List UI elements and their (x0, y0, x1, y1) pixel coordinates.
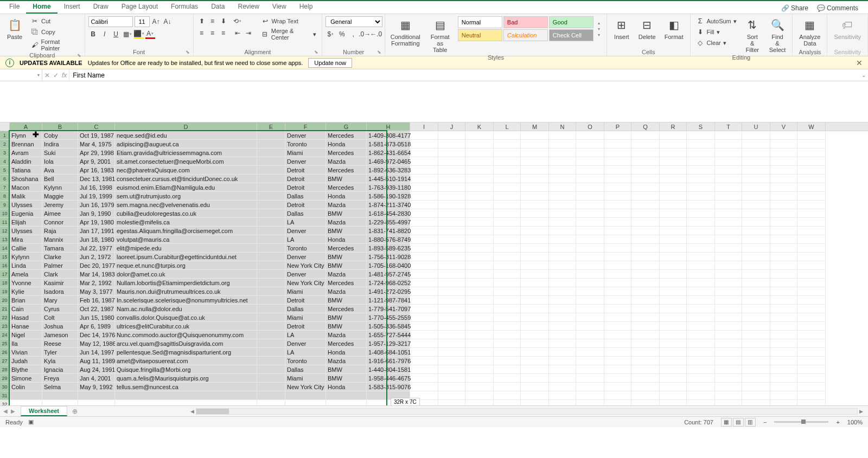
cell[interactable] (410, 270, 438, 279)
cancel-formula-button[interactable]: ✕ (44, 72, 50, 79)
cell[interactable] (438, 183, 465, 192)
cell[interactable] (549, 400, 576, 405)
format-as-table-button[interactable]: ▤ Format as Table (424, 16, 455, 54)
paste-button[interactable]: 📋 Paste (3, 16, 26, 41)
cell[interactable] (465, 357, 494, 365)
cell[interactable] (521, 209, 549, 218)
cell[interactable] (494, 357, 521, 365)
cell[interactable]: Nunc.commodo.auctor@Quisquenonummy.com (115, 331, 257, 339)
cell[interactable] (257, 357, 285, 365)
cell[interactable] (715, 322, 742, 331)
cell[interactable] (742, 374, 770, 383)
cell[interactable] (742, 140, 770, 149)
cell[interactable]: Dallas (285, 305, 326, 313)
enter-formula-button[interactable]: ✓ (53, 72, 59, 79)
cell[interactable]: Ulysses (10, 201, 42, 209)
cell[interactable] (521, 374, 549, 383)
cell[interactable] (770, 357, 797, 365)
cell[interactable] (42, 400, 78, 405)
cell[interactable]: Dec 13, 1981 (78, 175, 115, 183)
cell[interactable] (326, 400, 367, 405)
cell[interactable] (257, 348, 285, 357)
cell[interactable] (494, 166, 521, 175)
cell[interactable] (631, 131, 660, 140)
cell[interactable]: Connor (42, 218, 78, 227)
cell[interactable] (521, 296, 549, 305)
cell[interactable] (438, 296, 465, 305)
cell[interactable] (631, 374, 660, 383)
cell[interactable] (521, 322, 549, 331)
row-header[interactable]: 15 (0, 253, 10, 261)
cell[interactable]: Mercedes (326, 244, 367, 253)
indent-decrease-button[interactable]: ⇤ (233, 28, 242, 38)
cell[interactable] (742, 166, 770, 175)
cell[interactable] (797, 149, 826, 157)
cell[interactable] (494, 244, 521, 253)
cell[interactable]: Denver (285, 131, 326, 140)
cell[interactable]: Detroit (285, 183, 326, 192)
cell[interactable] (576, 339, 604, 348)
cell[interactable] (494, 287, 521, 296)
cell[interactable] (715, 313, 742, 322)
cell[interactable]: Etiam.gravida@ultriciessemmagna.com (115, 149, 257, 157)
cell[interactable] (465, 270, 494, 279)
cell[interactable]: Callie (10, 244, 42, 253)
cell[interactable]: quam.a.felis@Maurisquisturpis.org (115, 374, 257, 383)
cell[interactable] (742, 192, 770, 201)
cell[interactable] (521, 261, 549, 270)
cell[interactable]: Kylynn (42, 183, 78, 192)
cut-button[interactable]: ✂Cut (28, 16, 81, 26)
cell[interactable]: Jul 19, 1999 (78, 192, 115, 201)
column-header-J[interactable]: J (438, 122, 465, 131)
cell[interactable]: Aug 24, 1991 (78, 365, 115, 374)
cell[interactable] (576, 183, 604, 192)
cell[interactable] (742, 209, 770, 218)
cell[interactable] (631, 400, 660, 405)
column-header-C[interactable]: C (78, 122, 115, 131)
cell[interactable] (494, 192, 521, 201)
row-header[interactable]: 26 (0, 348, 10, 357)
cell[interactable]: Shoshana (10, 175, 42, 183)
cell[interactable] (438, 235, 465, 244)
cell[interactable] (438, 157, 465, 166)
column-header-E[interactable]: E (257, 122, 285, 131)
cell[interactable]: Joshua (42, 322, 78, 331)
cell[interactable] (410, 227, 438, 235)
cell[interactable] (549, 357, 576, 365)
cell[interactable] (521, 365, 549, 374)
column-header-V[interactable]: V (770, 122, 797, 131)
font-name-combo[interactable] (88, 16, 133, 27)
cell[interactable] (631, 209, 660, 218)
cell[interactable] (660, 391, 687, 400)
cell[interactable]: molestie@mifelis.ca (115, 218, 257, 227)
cell[interactable] (797, 365, 826, 374)
cell[interactable] (549, 348, 576, 357)
cell[interactable] (465, 287, 494, 296)
cell[interactable] (797, 209, 826, 218)
cell[interactable]: Jan 4, 2001 (78, 374, 115, 383)
cell[interactable]: Brennan (10, 140, 42, 149)
cell[interactable]: LA (285, 235, 326, 244)
cell[interactable] (631, 322, 660, 331)
indent-increase-button[interactable]: ⇥ (244, 28, 253, 38)
cell[interactable] (770, 235, 797, 244)
styles-more[interactable]: ▾ (598, 33, 600, 37)
cell[interactable] (465, 183, 494, 192)
cell[interactable] (687, 331, 715, 339)
cell[interactable] (797, 227, 826, 235)
row-header[interactable]: 3 (0, 149, 10, 157)
cell[interactable]: 1-491-272-0295 (367, 287, 410, 296)
cell[interactable] (742, 201, 770, 209)
column-header-S[interactable]: S (687, 122, 715, 131)
row-header[interactable]: 4 (0, 157, 10, 166)
cell[interactable]: Miami (285, 149, 326, 157)
cell[interactable] (521, 331, 549, 339)
cell[interactable]: Jun 18, 1980 (78, 235, 115, 244)
cell[interactable]: Macon (10, 183, 42, 192)
cell[interactable] (521, 253, 549, 261)
cell[interactable] (604, 209, 631, 218)
cell[interactable] (257, 157, 285, 166)
cell[interactable] (576, 235, 604, 244)
cell[interactable] (465, 313, 494, 322)
cell[interactable] (494, 253, 521, 261)
